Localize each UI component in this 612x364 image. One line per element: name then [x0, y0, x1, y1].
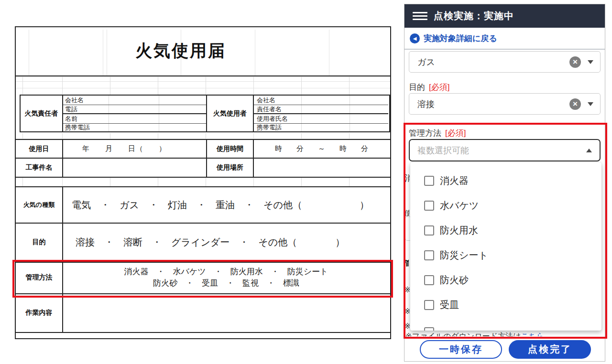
purpose-value: 溶接 ・ 溶断 ・ グラインダー ・ その他（ ）: [63, 223, 389, 262]
purpose-select[interactable]: 溶接 ×: [409, 93, 601, 115]
save-draft-button[interactable]: 一時保存: [420, 340, 502, 359]
user-label: 火気使用者: [207, 96, 253, 131]
back-arrow-icon[interactable]: ◀: [410, 33, 420, 43]
grid-band: [16, 76, 390, 95]
construction-value: [63, 159, 205, 177]
fire-type-select-value: ガス: [417, 56, 563, 68]
place-value: [254, 159, 389, 177]
table-border: [63, 113, 206, 114]
date-table: 使用日 年 月 日（ ） 使用時間 時 分 ～ 時 分 工事件名 使用場所: [15, 139, 391, 178]
fire-type-label: 火気の種類: [16, 187, 62, 223]
responsible-field-company: 会社名: [65, 96, 84, 105]
back-link-label: 実施対象詳細に戻る: [424, 33, 497, 44]
use-date-label: 使用日: [16, 140, 62, 158]
required-badge: [必須]: [429, 82, 449, 93]
work-value: [63, 293, 389, 332]
responsible-field-mobile: 携帯電話: [65, 123, 90, 132]
purpose-field-label: 目的 [必須]: [409, 82, 449, 91]
responsible-field-name: 名前: [65, 115, 77, 123]
chevron-down-icon[interactable]: [588, 102, 593, 106]
purpose-label: 目的: [16, 223, 62, 262]
responsible-field-phone: 電話: [65, 105, 77, 114]
annotation-box-app-management: [404, 123, 607, 339]
back-link[interactable]: ◀ 実施対象詳細に戻る: [404, 28, 605, 50]
grid-band: [16, 178, 390, 186]
responsible-label: 火気責任者: [21, 96, 62, 131]
user-field-manager: 責任者名: [257, 105, 282, 114]
clear-icon[interactable]: ×: [569, 56, 581, 68]
purpose-select-value: 溶接: [417, 98, 563, 110]
app-title: 点検実施：実施中: [434, 10, 514, 22]
user-field-mobile: 携帯電話: [257, 123, 282, 132]
user-field-username: 使用者氏名: [257, 115, 288, 123]
purpose-label-text: 目的: [409, 82, 425, 93]
contacts-table: 火気責任者 火気使用者 会社名 電話 名前 携帯電話 会社名 責任者名 使用者氏…: [20, 95, 390, 132]
document-title: 火気使用届: [16, 40, 346, 62]
use-time-label: 使用時間: [207, 140, 253, 158]
table-border: [63, 105, 206, 105]
work-label: 作業内容: [16, 293, 62, 332]
chevron-down-icon[interactable]: [588, 60, 593, 64]
use-time-value: 時 分 ～ 時 分: [254, 140, 389, 158]
user-field-company: 会社名: [257, 96, 275, 105]
fire-type-value: 電気 ・ ガス ・ 灯油 ・ 重油 ・ その他（ ）: [63, 187, 389, 223]
construction-label: 工事件名: [16, 159, 62, 177]
annotation-box-document-management: [12, 260, 393, 298]
grid-band: [16, 133, 390, 139]
app-header: 点検実施：実施中: [404, 4, 605, 28]
complete-inspection-button[interactable]: 点検完了: [509, 340, 591, 359]
place-label: 使用場所: [207, 159, 253, 177]
clear-icon[interactable]: ×: [569, 98, 581, 110]
use-date-value: 年 月 日（ ）: [63, 140, 205, 158]
menu-icon[interactable]: [413, 12, 427, 20]
fire-type-select[interactable]: ガス ×: [409, 51, 601, 73]
